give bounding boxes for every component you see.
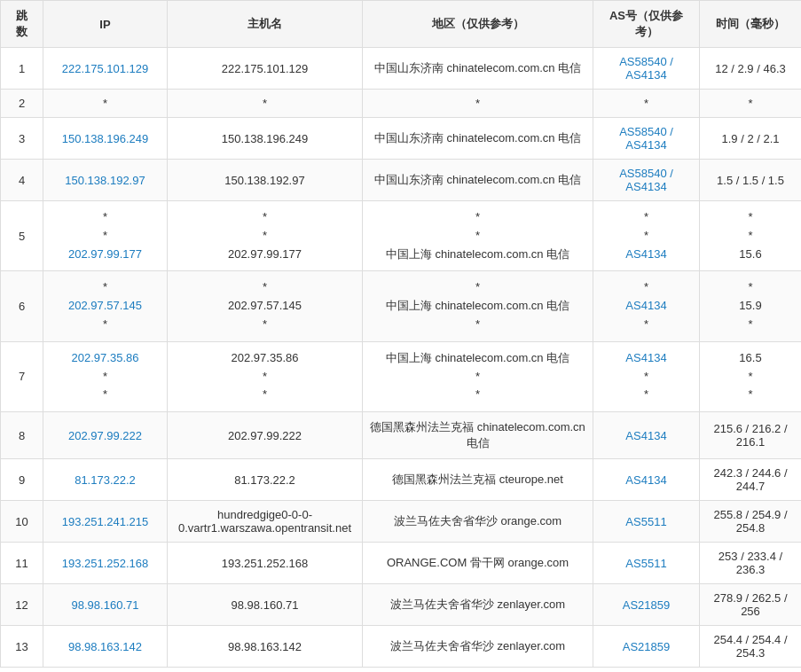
host-value: * <box>263 387 267 401</box>
ip-link[interactable]: 202.97.57.145 <box>68 299 142 312</box>
hop-cell: 7 <box>1 341 43 411</box>
host-value: 202.97.99.222 <box>228 429 302 442</box>
as-link[interactable]: AS4134 <box>625 247 666 261</box>
host-value: 150.138.196.249 <box>222 132 309 145</box>
ip-cell: 193.251.241.215 <box>43 501 168 543</box>
region-value: 中国山东济南 chinatelecom.com.cn 电信 <box>374 131 581 145</box>
host-cell: 98.98.160.71 <box>168 584 363 626</box>
table-row: 1398.98.163.14298.98.163.142波兰马佐夫舍省华沙 ze… <box>1 626 802 668</box>
time-value: 253 / 233.4 / 236.3 <box>719 550 782 576</box>
host-value: 150.138.192.97 <box>224 174 304 187</box>
as-link[interactable]: AS58540 / AS4134 <box>619 125 673 152</box>
host-value: 202.97.57.145 <box>228 299 302 312</box>
time-cell: 254.4 / 254.4 / 254.3 <box>700 626 802 668</box>
host-cell: 222.175.101.129 <box>168 48 363 90</box>
as-cell: AS4134 <box>593 459 700 501</box>
region-value: * <box>475 370 480 383</box>
as-link[interactable]: AS4134 <box>625 429 666 442</box>
region-cell: 波兰马佐夫舍省华沙 zenlayer.com <box>363 584 593 626</box>
as-link[interactable]: AS4134 <box>625 473 666 487</box>
ip-link[interactable]: 193.251.252.168 <box>62 557 149 570</box>
host-value: 193.251.252.168 <box>222 557 309 570</box>
time-cell: * <box>700 90 802 118</box>
col-header-hop: 跳数 <box>1 1 43 48</box>
as-link[interactable]: AS5511 <box>625 557 666 570</box>
hop-cell: 11 <box>1 543 43 584</box>
time-value: 255.8 / 254.9 / 254.8 <box>713 508 787 535</box>
as-link[interactable]: AS4134 <box>625 351 666 364</box>
ip-cell: *202.97.57.145* <box>43 271 168 341</box>
ip-link[interactable]: 202.97.99.177 <box>68 247 142 261</box>
time-cell: 215.6 / 216.2 / 216.1 <box>700 412 802 459</box>
as-link[interactable]: AS5511 <box>625 515 666 528</box>
time-value: * <box>748 210 752 223</box>
as-cell: AS58540 / AS4134 <box>593 160 700 201</box>
region-cell: 中国山东济南 chinatelecom.com.cn 电信 <box>363 118 593 160</box>
time-value: 1.5 / 1.5 / 1.5 <box>717 174 784 187</box>
ip-link[interactable]: 98.98.160.71 <box>72 598 139 612</box>
col-header-host: 主机名 <box>168 1 363 48</box>
ip-link[interactable]: 222.175.101.129 <box>62 62 149 75</box>
host-cell: **202.97.99.177 <box>168 201 363 271</box>
hop-cell: 5 <box>1 201 43 271</box>
ip-value: * <box>103 370 107 383</box>
traceroute-table: 跳数 IP 主机名 地区（仅供参考） AS号（仅供参考） 时间（毫秒） 1222… <box>0 0 801 668</box>
table-row: 1222.175.101.129222.175.101.129中国山东济南 ch… <box>1 48 802 90</box>
host-cell: hundredgige0-0-0-0.vartr1.warszawa.opent… <box>168 501 363 543</box>
time-value: * <box>748 370 752 383</box>
hop-cell: 13 <box>1 626 43 668</box>
region-cell: 中国山东济南 chinatelecom.com.cn 电信 <box>363 48 593 90</box>
table-row: 8202.97.99.222202.97.99.222德国黑森州法兰克福 chi… <box>1 412 802 459</box>
ip-value: * <box>103 229 107 242</box>
as-value: * <box>644 210 648 223</box>
host-value: * <box>263 97 267 110</box>
ip-cell: 193.251.252.168 <box>43 543 168 584</box>
table-row: 10193.251.241.215hundredgige0-0-0-0.vart… <box>1 501 802 543</box>
as-link[interactable]: AS58540 / AS4134 <box>619 167 673 193</box>
ip-link[interactable]: 81.173.22.2 <box>75 473 136 487</box>
ip-link[interactable]: 98.98.163.142 <box>68 640 142 653</box>
host-cell: 202.97.99.222 <box>168 412 363 459</box>
hop-cell: 6 <box>1 271 43 341</box>
as-link[interactable]: AS4134 <box>625 299 666 312</box>
as-link[interactable]: AS21859 <box>623 640 671 653</box>
hop-cell: 9 <box>1 459 43 501</box>
ip-cell: * <box>43 90 168 118</box>
time-value: 278.9 / 262.5 / 256 <box>713 591 787 618</box>
ip-value: * <box>103 280 107 293</box>
time-cell: 255.8 / 254.9 / 254.8 <box>700 501 802 543</box>
ip-link[interactable]: 202.97.35.86 <box>72 351 139 364</box>
region-value: * <box>475 229 480 242</box>
host-cell: 98.98.163.142 <box>168 626 363 668</box>
ip-link[interactable]: 150.138.196.249 <box>62 132 149 145</box>
ip-link[interactable]: 193.251.241.215 <box>62 515 149 528</box>
hop-cell: 2 <box>1 90 43 118</box>
region-value: 中国上海 chinatelecom.com.cn 电信 <box>386 351 569 364</box>
region-value: * <box>475 97 480 110</box>
time-cell: 12 / 2.9 / 46.3 <box>700 48 802 90</box>
host-value: hundredgige0-0-0-0.vartr1.warszawa.opent… <box>178 508 351 535</box>
host-value: 202.97.35.86 <box>232 351 299 364</box>
as-cell: **AS4134 <box>593 201 700 271</box>
time-cell: **15.6 <box>700 201 802 271</box>
host-cell: 81.173.22.2 <box>168 459 363 501</box>
time-cell: 1.9 / 2 / 2.1 <box>700 118 802 160</box>
host-value: 98.98.160.71 <box>232 598 299 612</box>
time-value: 254.4 / 254.4 / 254.3 <box>713 633 787 660</box>
ip-link[interactable]: 202.97.99.222 <box>68 429 142 442</box>
as-cell: *AS4134* <box>593 271 700 341</box>
ip-cell: 202.97.99.222 <box>43 412 168 459</box>
region-value: 中国上海 chinatelecom.com.cn 电信 <box>386 299 569 312</box>
region-cell: 德国黑森州法兰克福 cteurope.net <box>363 459 593 501</box>
table-row: 11193.251.252.168193.251.252.168ORANGE.C… <box>1 543 802 584</box>
table-row: 1298.98.160.7198.98.160.71波兰马佐夫舍省华沙 zenl… <box>1 584 802 626</box>
time-value: 215.6 / 216.2 / 216.1 <box>713 422 787 449</box>
ip-link[interactable]: 150.138.192.97 <box>65 174 145 187</box>
as-cell: AS5511 <box>593 501 700 543</box>
col-header-region: 地区（仅供参考） <box>363 1 593 48</box>
as-link[interactable]: AS58540 / AS4134 <box>619 55 673 82</box>
as-link[interactable]: AS21859 <box>623 598 671 612</box>
as-cell: AS58540 / AS4134 <box>593 48 700 90</box>
time-cell: *15.9* <box>700 271 802 341</box>
ip-cell: 202.97.35.86** <box>43 341 168 411</box>
